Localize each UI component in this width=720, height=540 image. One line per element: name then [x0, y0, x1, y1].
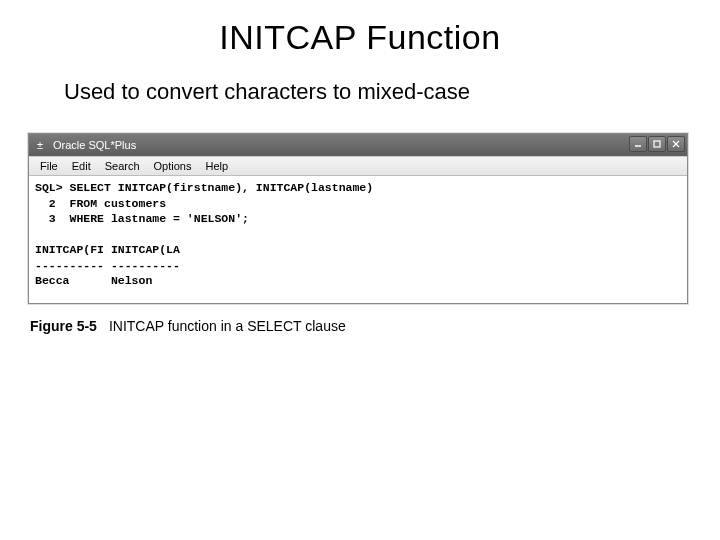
menu-edit[interactable]: Edit: [65, 160, 98, 172]
sql-line-1: SQL> SELECT INITCAP(firstname), INITCAP(…: [35, 181, 373, 194]
slide-subtitle: Used to convert characters to mixed-case: [0, 79, 720, 105]
terminal-output: SQL> SELECT INITCAP(firstname), INITCAP(…: [29, 176, 687, 303]
figure-label: Figure 5-5: [30, 318, 97, 334]
svg-rect-1: [654, 141, 660, 147]
slide-title: INITCAP Function: [0, 18, 720, 57]
figure-caption: Figure 5-5INITCAP function in a SELECT c…: [30, 318, 720, 334]
menubar: File Edit Search Options Help: [29, 156, 687, 176]
menu-options[interactable]: Options: [147, 160, 199, 172]
app-title: Oracle SQL*Plus: [53, 139, 136, 151]
result-row-1: Becca Nelson: [35, 274, 152, 287]
menu-file[interactable]: File: [33, 160, 65, 172]
slide: INITCAP Function Used to convert charact…: [0, 0, 720, 540]
result-header: INITCAP(FI INITCAP(LA: [35, 243, 180, 256]
minimize-icon: [634, 140, 642, 148]
app-icon: ±: [33, 138, 47, 152]
maximize-icon: [653, 140, 661, 148]
sql-line-2: 2 FROM customers: [35, 197, 166, 210]
sql-line-3: 3 WHERE lastname = 'NELSON';: [35, 212, 249, 225]
close-icon: [672, 140, 680, 148]
titlebar: ± Oracle SQL*Plus: [29, 134, 687, 156]
minimize-button[interactable]: [629, 136, 647, 152]
menu-search[interactable]: Search: [98, 160, 147, 172]
close-button[interactable]: [667, 136, 685, 152]
window-controls: [628, 136, 685, 152]
figure-text: INITCAP function in a SELECT clause: [109, 318, 346, 334]
menu-help[interactable]: Help: [198, 160, 235, 172]
result-divider: ---------- ----------: [35, 259, 180, 272]
maximize-button[interactable]: [648, 136, 666, 152]
sqlplus-window: ± Oracle SQL*Plus File Edit Search Optio…: [28, 133, 688, 304]
